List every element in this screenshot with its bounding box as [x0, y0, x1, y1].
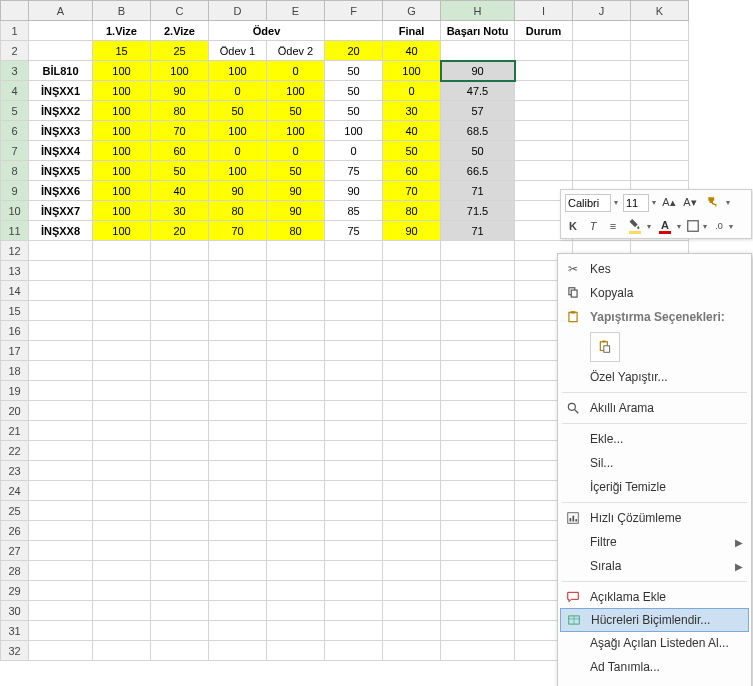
- cell-H5[interactable]: 57: [441, 101, 515, 121]
- cell-I7[interactable]: [515, 141, 573, 161]
- chevron-down-icon[interactable]: ▾: [614, 198, 618, 207]
- cell-A15[interactable]: [29, 301, 93, 321]
- cell-H32[interactable]: [441, 641, 515, 661]
- chevron-down-icon[interactable]: ▾: [677, 222, 681, 231]
- menu-cut[interactable]: ✂ Kes: [558, 257, 751, 281]
- cell-G32[interactable]: [383, 641, 441, 661]
- cell-E16[interactable]: [267, 321, 325, 341]
- cell-B11[interactable]: 100: [93, 221, 151, 241]
- cell-F1[interactable]: [325, 21, 383, 41]
- cell-D6[interactable]: 100: [209, 121, 267, 141]
- cell-F13[interactable]: [325, 261, 383, 281]
- cell-B28[interactable]: [93, 561, 151, 581]
- chevron-down-icon[interactable]: ▾: [647, 222, 651, 231]
- cell-F7[interactable]: 0: [325, 141, 383, 161]
- cell-H9[interactable]: 71: [441, 181, 515, 201]
- cell-G16[interactable]: [383, 321, 441, 341]
- menu-clear[interactable]: İçeriği Temizle: [558, 475, 751, 499]
- cell-E31[interactable]: [267, 621, 325, 641]
- cell-I3[interactable]: [515, 61, 573, 81]
- cell-F26[interactable]: [325, 521, 383, 541]
- cell-A32[interactable]: [29, 641, 93, 661]
- cell-A3[interactable]: BİL810: [29, 61, 93, 81]
- cell-G27[interactable]: [383, 541, 441, 561]
- cell-D11[interactable]: 70: [209, 221, 267, 241]
- cell-G20[interactable]: [383, 401, 441, 421]
- cell-B6[interactable]: 100: [93, 121, 151, 141]
- cell-B13[interactable]: [93, 261, 151, 281]
- cell-J5[interactable]: [573, 101, 631, 121]
- cell-J6[interactable]: [573, 121, 631, 141]
- cell-K3[interactable]: [631, 61, 689, 81]
- menu-paste-special[interactable]: Özel Yapıştır...: [558, 365, 751, 389]
- cell-A8[interactable]: İNŞXX5: [29, 161, 93, 181]
- cell-G30[interactable]: [383, 601, 441, 621]
- cell-G13[interactable]: [383, 261, 441, 281]
- cell-H7[interactable]: 50: [441, 141, 515, 161]
- align-button[interactable]: ≡: [605, 218, 621, 234]
- borders-button[interactable]: [685, 218, 701, 234]
- row-header-22[interactable]: 22: [1, 441, 29, 461]
- cell-K5[interactable]: [631, 101, 689, 121]
- cell-H14[interactable]: [441, 281, 515, 301]
- chevron-down-icon[interactable]: ▾: [703, 222, 707, 231]
- row-header-3[interactable]: 3: [1, 61, 29, 81]
- cell-G21[interactable]: [383, 421, 441, 441]
- cell-B32[interactable]: [93, 641, 151, 661]
- cell-G29[interactable]: [383, 581, 441, 601]
- cell-G19[interactable]: [383, 381, 441, 401]
- cell-D32[interactable]: [209, 641, 267, 661]
- italic-button[interactable]: T: [585, 218, 601, 234]
- cell-H18[interactable]: [441, 361, 515, 381]
- cell-I6[interactable]: [515, 121, 573, 141]
- cell-H30[interactable]: [441, 601, 515, 621]
- cell-F32[interactable]: [325, 641, 383, 661]
- col-header-F[interactable]: F: [325, 1, 383, 21]
- cell-J3[interactable]: [573, 61, 631, 81]
- cell-D13[interactable]: [209, 261, 267, 281]
- cell-C3[interactable]: 100: [151, 61, 209, 81]
- cell-G8[interactable]: 60: [383, 161, 441, 181]
- cell-F6[interactable]: 100: [325, 121, 383, 141]
- cell-D29[interactable]: [209, 581, 267, 601]
- row-header-14[interactable]: 14: [1, 281, 29, 301]
- cell-I5[interactable]: [515, 101, 573, 121]
- cell-D15[interactable]: [209, 301, 267, 321]
- cell-E6[interactable]: 100: [267, 121, 325, 141]
- menu-comment[interactable]: Açıklama Ekle: [558, 585, 751, 609]
- cell-D19[interactable]: [209, 381, 267, 401]
- cell-H23[interactable]: [441, 461, 515, 481]
- menu-format-cells[interactable]: Hücreleri Biçimlendir...: [560, 608, 749, 632]
- cell-H29[interactable]: [441, 581, 515, 601]
- cell-E4[interactable]: 100: [267, 81, 325, 101]
- cell-E18[interactable]: [267, 361, 325, 381]
- cell-A5[interactable]: İNŞXX2: [29, 101, 93, 121]
- font-name-select[interactable]: [565, 194, 611, 212]
- cell-B25[interactable]: [93, 501, 151, 521]
- row-header-6[interactable]: 6: [1, 121, 29, 141]
- cell-F4[interactable]: 50: [325, 81, 383, 101]
- cell-E25[interactable]: [267, 501, 325, 521]
- col-header-G[interactable]: G: [383, 1, 441, 21]
- cell-H25[interactable]: [441, 501, 515, 521]
- cell-B26[interactable]: [93, 521, 151, 541]
- row-header-10[interactable]: 10: [1, 201, 29, 221]
- cell-C14[interactable]: [151, 281, 209, 301]
- cell-F10[interactable]: 85: [325, 201, 383, 221]
- cell-D22[interactable]: [209, 441, 267, 461]
- cell-F22[interactable]: [325, 441, 383, 461]
- cell-H12[interactable]: [441, 241, 515, 261]
- col-header-C[interactable]: C: [151, 1, 209, 21]
- row-header-17[interactable]: 17: [1, 341, 29, 361]
- cell-H11[interactable]: 71: [441, 221, 515, 241]
- cell-C20[interactable]: [151, 401, 209, 421]
- cell-D14[interactable]: [209, 281, 267, 301]
- cell-B5[interactable]: 100: [93, 101, 151, 121]
- cell-D21[interactable]: [209, 421, 267, 441]
- cell-D3[interactable]: 100: [209, 61, 267, 81]
- cell-D4[interactable]: 0: [209, 81, 267, 101]
- cell-E15[interactable]: [267, 301, 325, 321]
- cell-C11[interactable]: 20: [151, 221, 209, 241]
- menu-sort[interactable]: Sırala ▶: [558, 554, 751, 578]
- cell-D25[interactable]: [209, 501, 267, 521]
